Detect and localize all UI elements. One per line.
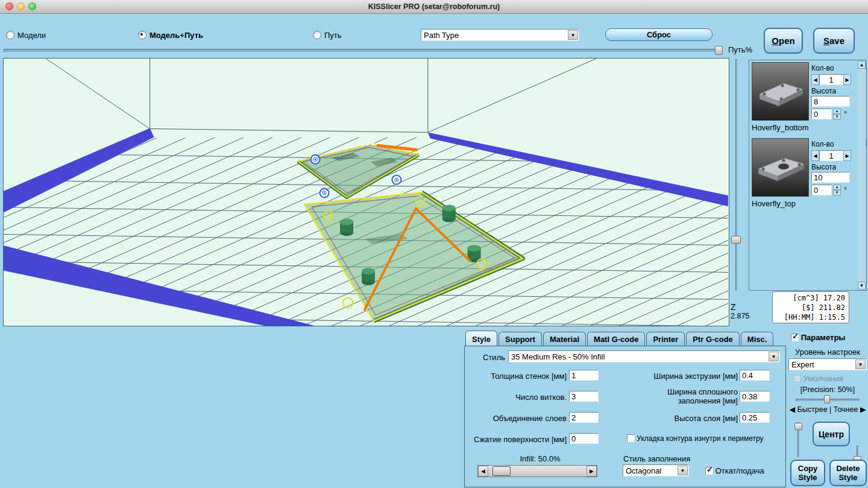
infill-style-dropdown[interactable]: Octagonal ▼	[623, 464, 689, 477]
parameters-checkbox-box[interactable]: ✓	[791, 334, 799, 341]
model-list-scrollbar[interactable]: ▲ ▼	[858, 61, 866, 290]
tab-support[interactable]: Support	[498, 332, 542, 346]
solid-infill-width-label: Ширина сплошного заполнения [мм]	[637, 387, 738, 405]
skin-shrink-input[interactable]	[569, 433, 599, 444]
wall-thickness-label: Толщина стенок [мм]	[468, 372, 567, 381]
infill-style-label: Стиль заполнения	[623, 454, 690, 463]
count-increment-icon[interactable]: ▶	[843, 150, 851, 161]
list-scroll-up-icon[interactable]: ▲	[858, 61, 866, 69]
count-decrement-icon[interactable]: ◀	[811, 74, 819, 85]
defaults-checkbox-box	[793, 375, 801, 382]
model-thumbnail[interactable]	[752, 138, 809, 197]
stat-volume: [cm^3] 17.20	[776, 293, 845, 303]
finer-arrow-icon[interactable]: ▶	[860, 405, 866, 414]
radio-models[interactable]: Модели	[6, 31, 46, 40]
left-vertical-slider-thumb[interactable]	[794, 423, 802, 430]
style-label: Стиль	[464, 353, 505, 362]
num-loops-input[interactable]	[569, 391, 599, 402]
count-input[interactable]	[819, 74, 843, 85]
radio-models-label: Модели	[17, 31, 46, 40]
tab-material[interactable]: Material	[543, 332, 586, 346]
skin-shrink-label: Сжатие поверхности [мм]	[468, 435, 567, 444]
count-decrement-icon[interactable]: ◀	[811, 150, 819, 161]
infill-slider-right-icon[interactable]: ▶	[587, 466, 597, 477]
model-thumbnail[interactable]	[752, 62, 809, 121]
radio-model-path[interactable]: Модель+Путь	[138, 31, 203, 40]
infill-slider-thumb[interactable]	[492, 466, 511, 476]
inside-out-checkbox[interactable]: Укладка контура изнутри к периметру	[627, 434, 764, 443]
count-increment-icon[interactable]: ▶	[843, 74, 851, 85]
settings-tabs: Style Support Material Matl G-code Print…	[465, 330, 775, 346]
wall-thickness-input[interactable]	[569, 370, 599, 381]
height-input[interactable]	[811, 96, 850, 107]
infill-slider[interactable]: ◀ ▶	[477, 465, 597, 477]
print-stats: [cm^3] 17.20 [$] 211.82 [HH:MM] 1:15.5	[772, 291, 849, 323]
path-type-value: Path Type	[424, 31, 459, 40]
dropdown-arrow-icon[interactable]: ▼	[678, 466, 688, 475]
destring-checkbox[interactable]: ✓ Откат/подача	[705, 466, 764, 475]
model-name: Hoverfly_top	[752, 199, 796, 208]
parameters-checkbox[interactable]: ✓ Параметры	[791, 333, 845, 342]
style-preset-dropdown[interactable]: 35 Medium Res - 50% Infill ▼	[508, 350, 780, 363]
center-button[interactable]: Центр	[813, 422, 850, 446]
angle-spin-down-icon[interactable]: ▼	[833, 114, 841, 119]
solid-infill-width-input[interactable]	[740, 391, 770, 402]
model-list: Кол-во X ◀ ▶ Высота ▲▼ ° Hoverfly_bottom	[749, 60, 867, 291]
tab-misc[interactable]: Misc.	[741, 332, 774, 346]
stat-time: [HH:MM] 1:15.5	[776, 312, 845, 322]
dropdown-arrow-icon[interactable]: ▼	[855, 360, 866, 369]
settings-level-dropdown[interactable]: Expert ▼	[788, 358, 867, 370]
tab-printer[interactable]: Printer	[646, 332, 685, 346]
window-title: KISSlicer PRO (setar@roboforum.ru)	[0, 0, 868, 13]
precision-slider-thumb[interactable]	[824, 395, 830, 404]
save-button[interactable]: Save	[813, 28, 855, 54]
angle-spin-down-icon[interactable]: ▼	[833, 190, 841, 195]
count-input[interactable]	[819, 150, 843, 161]
path-percent-slider-thumb[interactable]	[715, 46, 723, 55]
inside-out-checkbox-box[interactable]	[627, 434, 635, 442]
model-entry: Кол-во X ◀ ▶ Высота ▲▼ ° Hoverfly_bottom	[752, 62, 858, 135]
z-slider-thumb[interactable]	[731, 236, 741, 244]
tab-style[interactable]: Style	[465, 331, 497, 346]
angle-spin-up-icon[interactable]: ▲	[833, 109, 841, 114]
path-percent-slider-track[interactable]	[4, 49, 723, 52]
viewport-3d[interactable]	[3, 58, 729, 326]
z-value: 2.875	[731, 312, 749, 320]
degree-label: °	[844, 185, 847, 194]
angle-input[interactable]	[811, 109, 832, 119]
count-label: Кол-во	[811, 64, 834, 72]
extrusion-width-input[interactable]	[740, 370, 770, 381]
tab-ptr-gcode[interactable]: Ptr G-code	[686, 332, 739, 346]
stack-layers-input[interactable]	[569, 412, 599, 423]
height-input[interactable]	[811, 172, 850, 183]
destring-checkbox-box[interactable]: ✓	[705, 467, 713, 475]
infill-slider-left-icon[interactable]: ◀	[478, 466, 488, 477]
delete-style-button[interactable]: Delete Style	[829, 460, 867, 486]
radio-models-circle-icon	[6, 31, 14, 39]
open-button[interactable]: Open	[764, 28, 803, 54]
parameters-checkbox-label: Параметры	[801, 333, 846, 342]
z-slider-track[interactable]	[735, 59, 737, 291]
layer-height-input[interactable]	[740, 412, 770, 423]
path-type-dropdown[interactable]: Path Type ▼	[421, 29, 579, 41]
copy-style-button[interactable]: Copy Style	[790, 460, 825, 486]
count-label: Кол-во	[811, 140, 834, 148]
speed-precision-tradeoff[interactable]: ◀ Быстрее | Точнее ▶	[786, 405, 868, 414]
list-scroll-down-icon[interactable]: ▼	[858, 282, 866, 290]
dropdown-arrow-icon[interactable]: ▼	[769, 352, 779, 361]
radio-path-circle-icon	[313, 31, 321, 39]
dropdown-arrow-icon[interactable]: ▼	[568, 30, 578, 40]
tab-matl-gcode[interactable]: Matl G-code	[587, 332, 645, 346]
radio-path[interactable]: Путь	[313, 31, 342, 40]
check-icon: ✓	[706, 465, 713, 474]
check-icon: ✓	[792, 332, 799, 341]
degree-label: °	[844, 109, 847, 118]
z-axis-label: Z	[731, 302, 749, 312]
angle-input[interactable]	[811, 185, 832, 195]
angle-spin-up-icon[interactable]: ▲	[833, 185, 841, 190]
num-loops-label: Число витков.	[468, 393, 567, 402]
faster-arrow-icon[interactable]: ◀	[789, 405, 795, 414]
model-name: Hoverfly_bottom	[752, 123, 809, 132]
reset-button[interactable]: Сброс	[605, 28, 712, 41]
path-percent-label: Путь%	[728, 45, 752, 54]
